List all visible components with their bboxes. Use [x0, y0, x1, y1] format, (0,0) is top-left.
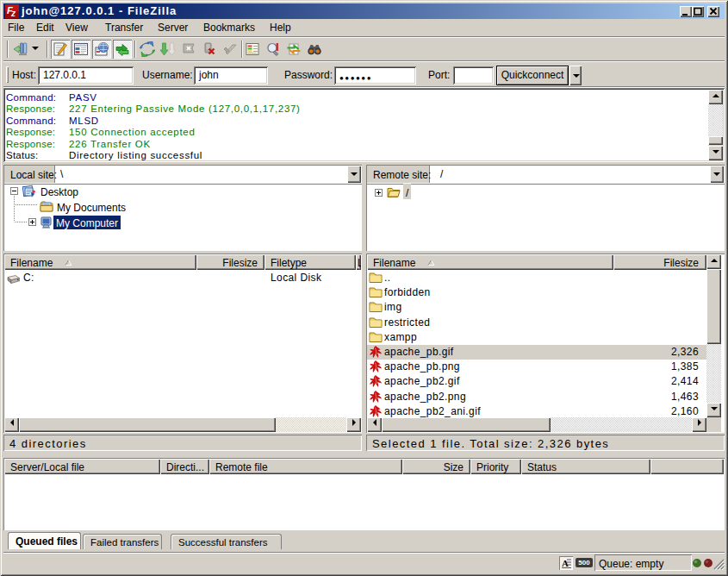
svg-text:z: z: [10, 9, 16, 18]
